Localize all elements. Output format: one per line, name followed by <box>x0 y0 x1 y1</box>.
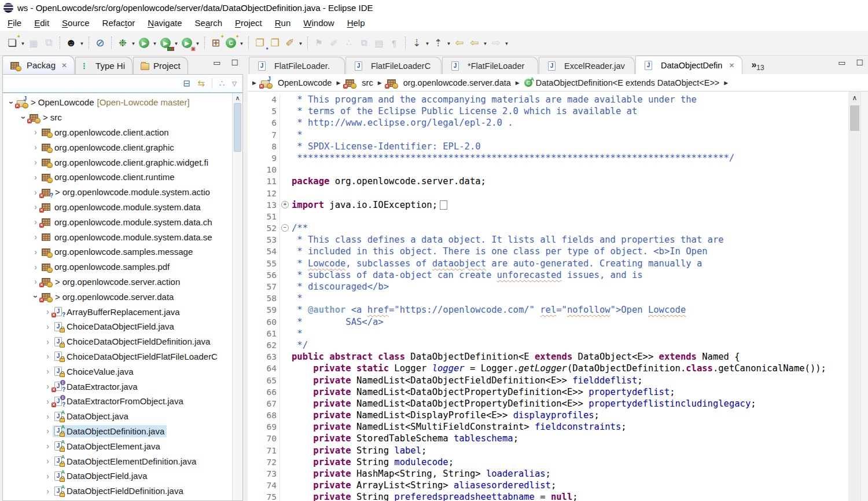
fold-column[interactable] <box>279 292 290 304</box>
tree-item[interactable]: ›JChoiceValue.java <box>3 364 242 379</box>
chevron-collapsed-icon[interactable]: › <box>43 442 53 450</box>
menu-item-help[interactable]: Help <box>341 16 372 30</box>
tree-item[interactable]: ›org.openlowcode.samples.message <box>3 244 242 259</box>
dropdown-arrow-icon[interactable]: ▼ <box>173 41 179 46</box>
fold-column[interactable] <box>279 246 290 257</box>
menu-item-edit[interactable]: Edit <box>28 16 56 30</box>
view-menu-icon[interactable]: ▽ <box>232 81 237 87</box>
tree-item[interactable]: ›JI✕?DataExtractor.java <box>3 379 242 394</box>
editor-tab-flatfileloader[interactable]: J*FlatFileLoader <box>442 57 538 74</box>
minimize-editor-icon[interactable]: ▭ <box>838 58 845 67</box>
tree-item[interactable]: ›✕>src <box>3 110 242 125</box>
chevron-collapsed-icon[interactable]: › <box>31 173 41 181</box>
fold-column[interactable] <box>279 258 290 269</box>
tree-item[interactable]: ›✕>org.openlowcode.server.data <box>3 289 242 304</box>
fold-column[interactable] <box>279 398 290 409</box>
fold-column[interactable] <box>279 94 290 105</box>
fold-column[interactable] <box>279 152 290 164</box>
fold-column[interactable] <box>279 269 290 281</box>
breadcrumb-arrow-icon[interactable]: ▶ <box>336 80 340 86</box>
breadcrumb-arrow-icon[interactable]: ▶ <box>252 80 256 86</box>
fold-column[interactable] <box>279 421 290 433</box>
fold-expand-icon[interactable]: + <box>281 201 289 209</box>
breadcrumb-arrow-icon[interactable]: ▶ <box>378 80 382 86</box>
chevron-collapsed-icon[interactable]: › <box>31 143 41 151</box>
package-explorer-tree[interactable]: ∧ ›J✕>OpenLowcode[Open-Lowcode master]›✕… <box>2 93 243 501</box>
fold-column[interactable] <box>279 328 290 339</box>
fold-column[interactable] <box>279 386 290 398</box>
skip-all-breakpoints-icon[interactable]: ⊘ <box>93 35 107 50</box>
tree-item[interactable]: ›org.openlowcode.client.runtime <box>3 170 242 185</box>
editor-tab-dataobjectdefin[interactable]: JDataObjectDefin✕ <box>635 56 742 74</box>
fold-column[interactable]: − <box>279 222 290 234</box>
dropdown-arrow-icon[interactable]: ▼ <box>20 41 26 46</box>
fold-column[interactable] <box>279 491 290 501</box>
dropdown-arrow-icon[interactable]: ▼ <box>130 41 137 46</box>
fold-column[interactable] <box>279 480 290 491</box>
user-account-icon[interactable]: ☻ <box>64 35 78 50</box>
code-editor[interactable]: 4 * This program and the accompanying ma… <box>248 92 868 501</box>
scroll-up-icon[interactable]: ∧ <box>848 94 861 102</box>
menu-item-source[interactable]: Source <box>56 16 96 30</box>
minimize-view-icon[interactable]: ▭ <box>213 58 220 67</box>
chevron-collapsed-icon[interactable]: › <box>43 457 53 465</box>
tree-item[interactable]: ›JADataObject.java <box>3 409 242 424</box>
open-task-folder-icon[interactable]: ❐● <box>253 35 267 50</box>
tree-item[interactable]: ›JADataObjectFieldDefinition.java <box>3 484 242 499</box>
tree-item[interactable]: ›org.openlowcode.client.action <box>3 125 242 140</box>
tree-item[interactable]: ›org.openlowcode.client.graphic.widget.f… <box>3 155 242 170</box>
chevron-collapsed-icon[interactable]: › <box>31 128 41 136</box>
chevron-expanded-icon[interactable]: › <box>20 112 28 122</box>
tree-item[interactable]: ›org.openlowcode.samples.pdf <box>3 259 242 275</box>
menu-item-window[interactable]: Window <box>297 16 340 30</box>
fold-column[interactable] <box>279 129 290 141</box>
editor-tab-flatfileloader[interactable]: JFlatFileLoader. <box>249 57 345 74</box>
collapse-all-icon[interactable]: ⊟ <box>183 78 191 89</box>
menu-item-project[interactable]: Project <box>229 16 269 30</box>
chevron-collapsed-icon[interactable]: › <box>31 248 41 256</box>
chevron-expanded-icon[interactable]: › <box>32 292 40 302</box>
last-edit-location-icon[interactable]: ⇦ <box>453 35 466 50</box>
collapsed-region-box[interactable] <box>440 200 447 210</box>
open-folder-icon[interactable]: ❐ <box>268 35 282 50</box>
tree-scrollbar-thumb[interactable] <box>234 103 241 152</box>
tree-item[interactable]: ›JI✕?DataExtractorFromObject.java <box>3 394 242 409</box>
hidden-editors-chevron[interactable]: »13 <box>751 60 764 72</box>
menu-item-file[interactable]: File <box>1 16 28 30</box>
chevron-expanded-icon[interactable]: › <box>8 97 16 107</box>
menu-item-run[interactable]: Run <box>269 16 297 30</box>
fold-column[interactable] <box>279 175 290 187</box>
new-wizard-icon[interactable]: ❏✦ <box>5 35 19 50</box>
view-tab-type-hi[interactable]: ⁝Type Hi <box>75 57 133 74</box>
run-icon[interactable]: ▶ <box>137 35 151 50</box>
fold-column[interactable]: + <box>279 199 290 211</box>
tree-item[interactable]: ›JChoiceDataObjectField.java <box>3 319 242 334</box>
fold-column[interactable] <box>279 211 290 222</box>
chevron-collapsed-icon[interactable]: › <box>43 487 53 495</box>
link-with-editor-icon[interactable]: ⇆ <box>197 78 205 89</box>
menu-item-search[interactable]: Search <box>189 16 229 30</box>
fold-column[interactable] <box>279 339 290 351</box>
fold-column[interactable] <box>279 375 290 386</box>
tree-item[interactable]: ›JADataObjectElementDefinition.java <box>3 454 242 469</box>
chevron-collapsed-icon[interactable]: › <box>31 263 41 271</box>
breadcrumb-item[interactable]: ✕src <box>345 78 373 87</box>
fold-column[interactable] <box>279 281 290 292</box>
new-java-project-icon[interactable]: ⊞✦ <box>209 35 223 50</box>
fold-column[interactable] <box>279 433 290 444</box>
profile-icon[interactable]: ▶▣ <box>180 35 194 50</box>
more-actions-icon[interactable]: ∴ <box>219 78 226 89</box>
chevron-collapsed-icon[interactable]: › <box>43 367 53 375</box>
breadcrumb-item[interactable]: CADataObjectDefinition<E extends DataObj… <box>524 78 720 87</box>
tree-item[interactable]: ›✕org.openlowcode.module.system.data <box>3 200 242 215</box>
fold-column[interactable] <box>279 117 290 129</box>
view-tab-packag[interactable]: Packag✕ <box>2 56 75 74</box>
fold-column[interactable] <box>279 456 290 468</box>
next-annotation-icon[interactable]: ⇣ <box>410 35 424 50</box>
tree-item[interactable]: ›org.openlowcode.module.system.data.se <box>3 229 242 244</box>
maximize-editor-icon[interactable]: ☐ <box>856 58 863 67</box>
dropdown-arrow-icon[interactable]: ▼ <box>152 41 158 46</box>
dropdown-arrow-icon[interactable]: ▼ <box>482 41 488 46</box>
fold-column[interactable] <box>279 409 290 421</box>
chevron-collapsed-icon[interactable]: › <box>31 233 41 241</box>
